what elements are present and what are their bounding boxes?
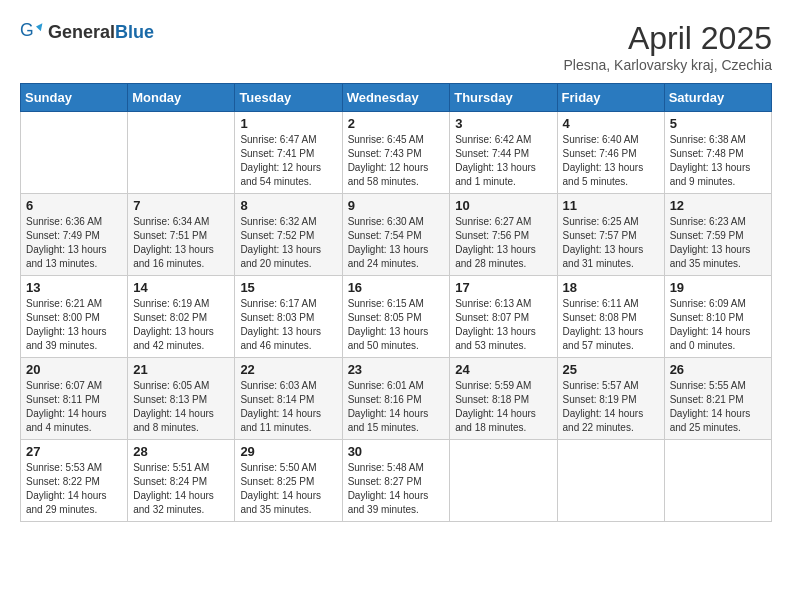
day-info: Sunrise: 6:40 AM Sunset: 7:46 PM Dayligh…	[563, 133, 659, 189]
logo-icon: G	[20, 20, 44, 44]
day-info: Sunrise: 6:19 AM Sunset: 8:02 PM Dayligh…	[133, 297, 229, 353]
day-cell: 15Sunrise: 6:17 AM Sunset: 8:03 PM Dayli…	[235, 276, 342, 358]
logo: G GeneralBlue	[20, 20, 154, 44]
day-info: Sunrise: 6:27 AM Sunset: 7:56 PM Dayligh…	[455, 215, 551, 271]
day-cell	[664, 440, 771, 522]
day-cell: 8Sunrise: 6:32 AM Sunset: 7:52 PM Daylig…	[235, 194, 342, 276]
day-cell: 5Sunrise: 6:38 AM Sunset: 7:48 PM Daylig…	[664, 112, 771, 194]
day-cell: 12Sunrise: 6:23 AM Sunset: 7:59 PM Dayli…	[664, 194, 771, 276]
day-info: Sunrise: 5:57 AM Sunset: 8:19 PM Dayligh…	[563, 379, 659, 435]
weekday-saturday: Saturday	[664, 84, 771, 112]
svg-text:G: G	[20, 20, 34, 40]
day-info: Sunrise: 6:21 AM Sunset: 8:00 PM Dayligh…	[26, 297, 122, 353]
day-number: 18	[563, 280, 659, 295]
day-cell: 30Sunrise: 5:48 AM Sunset: 8:27 PM Dayli…	[342, 440, 450, 522]
day-number: 16	[348, 280, 445, 295]
weekday-friday: Friday	[557, 84, 664, 112]
day-cell: 1Sunrise: 6:47 AM Sunset: 7:41 PM Daylig…	[235, 112, 342, 194]
day-info: Sunrise: 6:11 AM Sunset: 8:08 PM Dayligh…	[563, 297, 659, 353]
day-number: 29	[240, 444, 336, 459]
day-number: 3	[455, 116, 551, 131]
day-cell: 10Sunrise: 6:27 AM Sunset: 7:56 PM Dayli…	[450, 194, 557, 276]
day-info: Sunrise: 5:53 AM Sunset: 8:22 PM Dayligh…	[26, 461, 122, 517]
day-number: 28	[133, 444, 229, 459]
day-info: Sunrise: 6:03 AM Sunset: 8:14 PM Dayligh…	[240, 379, 336, 435]
day-cell: 9Sunrise: 6:30 AM Sunset: 7:54 PM Daylig…	[342, 194, 450, 276]
weekday-sunday: Sunday	[21, 84, 128, 112]
day-info: Sunrise: 6:32 AM Sunset: 7:52 PM Dayligh…	[240, 215, 336, 271]
day-number: 25	[563, 362, 659, 377]
day-info: Sunrise: 5:55 AM Sunset: 8:21 PM Dayligh…	[670, 379, 766, 435]
day-number: 2	[348, 116, 445, 131]
day-cell: 4Sunrise: 6:40 AM Sunset: 7:46 PM Daylig…	[557, 112, 664, 194]
day-info: Sunrise: 6:05 AM Sunset: 8:13 PM Dayligh…	[133, 379, 229, 435]
day-info: Sunrise: 6:01 AM Sunset: 8:16 PM Dayligh…	[348, 379, 445, 435]
day-cell	[557, 440, 664, 522]
day-number: 8	[240, 198, 336, 213]
day-info: Sunrise: 6:09 AM Sunset: 8:10 PM Dayligh…	[670, 297, 766, 353]
day-cell: 13Sunrise: 6:21 AM Sunset: 8:00 PM Dayli…	[21, 276, 128, 358]
day-cell: 23Sunrise: 6:01 AM Sunset: 8:16 PM Dayli…	[342, 358, 450, 440]
day-cell: 6Sunrise: 6:36 AM Sunset: 7:49 PM Daylig…	[21, 194, 128, 276]
day-number: 14	[133, 280, 229, 295]
week-row-4: 20Sunrise: 6:07 AM Sunset: 8:11 PM Dayli…	[21, 358, 772, 440]
day-info: Sunrise: 6:34 AM Sunset: 7:51 PM Dayligh…	[133, 215, 229, 271]
calendar-table: SundayMondayTuesdayWednesdayThursdayFrid…	[20, 83, 772, 522]
day-cell: 21Sunrise: 6:05 AM Sunset: 8:13 PM Dayli…	[128, 358, 235, 440]
weekday-monday: Monday	[128, 84, 235, 112]
day-number: 21	[133, 362, 229, 377]
weekday-thursday: Thursday	[450, 84, 557, 112]
day-number: 20	[26, 362, 122, 377]
day-cell	[128, 112, 235, 194]
day-cell: 7Sunrise: 6:34 AM Sunset: 7:51 PM Daylig…	[128, 194, 235, 276]
day-cell: 11Sunrise: 6:25 AM Sunset: 7:57 PM Dayli…	[557, 194, 664, 276]
day-number: 23	[348, 362, 445, 377]
day-info: Sunrise: 5:48 AM Sunset: 8:27 PM Dayligh…	[348, 461, 445, 517]
day-number: 12	[670, 198, 766, 213]
day-info: Sunrise: 6:42 AM Sunset: 7:44 PM Dayligh…	[455, 133, 551, 189]
day-cell: 14Sunrise: 6:19 AM Sunset: 8:02 PM Dayli…	[128, 276, 235, 358]
day-cell: 3Sunrise: 6:42 AM Sunset: 7:44 PM Daylig…	[450, 112, 557, 194]
svg-marker-1	[36, 23, 42, 31]
day-cell: 19Sunrise: 6:09 AM Sunset: 8:10 PM Dayli…	[664, 276, 771, 358]
page-header: G GeneralBlue April 2025 Plesna, Karlova…	[20, 20, 772, 73]
day-cell	[21, 112, 128, 194]
day-info: Sunrise: 6:38 AM Sunset: 7:48 PM Dayligh…	[670, 133, 766, 189]
day-cell: 22Sunrise: 6:03 AM Sunset: 8:14 PM Dayli…	[235, 358, 342, 440]
day-number: 22	[240, 362, 336, 377]
day-number: 11	[563, 198, 659, 213]
week-row-1: 1Sunrise: 6:47 AM Sunset: 7:41 PM Daylig…	[21, 112, 772, 194]
weekday-wednesday: Wednesday	[342, 84, 450, 112]
day-cell	[450, 440, 557, 522]
weekday-header-row: SundayMondayTuesdayWednesdayThursdayFrid…	[21, 84, 772, 112]
day-info: Sunrise: 6:17 AM Sunset: 8:03 PM Dayligh…	[240, 297, 336, 353]
day-number: 13	[26, 280, 122, 295]
day-cell: 28Sunrise: 5:51 AM Sunset: 8:24 PM Dayli…	[128, 440, 235, 522]
day-number: 9	[348, 198, 445, 213]
day-info: Sunrise: 5:59 AM Sunset: 8:18 PM Dayligh…	[455, 379, 551, 435]
day-number: 6	[26, 198, 122, 213]
day-cell: 26Sunrise: 5:55 AM Sunset: 8:21 PM Dayli…	[664, 358, 771, 440]
week-row-2: 6Sunrise: 6:36 AM Sunset: 7:49 PM Daylig…	[21, 194, 772, 276]
logo-blue: Blue	[115, 22, 154, 42]
day-cell: 29Sunrise: 5:50 AM Sunset: 8:25 PM Dayli…	[235, 440, 342, 522]
day-number: 27	[26, 444, 122, 459]
week-row-3: 13Sunrise: 6:21 AM Sunset: 8:00 PM Dayli…	[21, 276, 772, 358]
day-info: Sunrise: 6:25 AM Sunset: 7:57 PM Dayligh…	[563, 215, 659, 271]
week-row-5: 27Sunrise: 5:53 AM Sunset: 8:22 PM Dayli…	[21, 440, 772, 522]
day-info: Sunrise: 6:47 AM Sunset: 7:41 PM Dayligh…	[240, 133, 336, 189]
day-number: 26	[670, 362, 766, 377]
day-number: 19	[670, 280, 766, 295]
day-number: 15	[240, 280, 336, 295]
day-number: 1	[240, 116, 336, 131]
day-cell: 2Sunrise: 6:45 AM Sunset: 7:43 PM Daylig…	[342, 112, 450, 194]
day-info: Sunrise: 6:23 AM Sunset: 7:59 PM Dayligh…	[670, 215, 766, 271]
day-cell: 16Sunrise: 6:15 AM Sunset: 8:05 PM Dayli…	[342, 276, 450, 358]
day-info: Sunrise: 6:30 AM Sunset: 7:54 PM Dayligh…	[348, 215, 445, 271]
day-cell: 17Sunrise: 6:13 AM Sunset: 8:07 PM Dayli…	[450, 276, 557, 358]
day-cell: 25Sunrise: 5:57 AM Sunset: 8:19 PM Dayli…	[557, 358, 664, 440]
day-info: Sunrise: 6:45 AM Sunset: 7:43 PM Dayligh…	[348, 133, 445, 189]
day-number: 4	[563, 116, 659, 131]
day-number: 24	[455, 362, 551, 377]
day-cell: 24Sunrise: 5:59 AM Sunset: 8:18 PM Dayli…	[450, 358, 557, 440]
